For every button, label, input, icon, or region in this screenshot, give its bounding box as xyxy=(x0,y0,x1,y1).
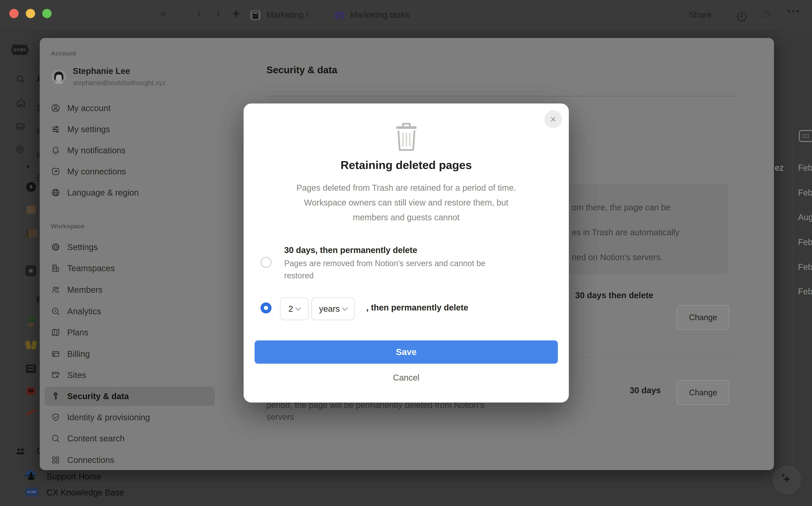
option-30-subtitle-1: Pages are removed from Notion's servers … xyxy=(284,259,485,268)
sidebar-item-security-data[interactable]: Security & data xyxy=(45,387,215,406)
page-title: Security & data xyxy=(266,64,337,76)
settings-gear-icon[interactable] xyxy=(15,144,25,155)
members-icon xyxy=(51,285,61,294)
window-zoom-button[interactable] xyxy=(42,9,52,18)
sidebar-item-label: Identity & provisioning xyxy=(67,413,150,422)
change-trash-button[interactable]: Change xyxy=(677,380,730,405)
sidebar-item-teamspaces[interactable]: Teamspaces xyxy=(45,258,215,278)
new-page-icon[interactable]: + xyxy=(232,6,240,21)
credit-card-icon xyxy=(51,349,61,359)
sidebar-item-label: Analytics xyxy=(67,307,101,316)
sidebar-item-identity-provisioning[interactable]: Identity & provisioning xyxy=(45,408,215,427)
sidebar-item-billing[interactable]: Billing xyxy=(45,344,215,364)
save-button[interactable]: Save xyxy=(255,340,558,364)
raised-hands-icon[interactable] xyxy=(25,340,31,350)
sidebar-item-my-account[interactable]: My account xyxy=(45,98,215,118)
option-30-title[interactable]: 30 days, then permanently delete xyxy=(284,245,417,255)
sidebar-item-content-search[interactable]: Content search xyxy=(45,429,215,448)
workspace-logo[interactable]: ACME xyxy=(11,45,29,55)
number-select[interactable]: 2 xyxy=(280,298,309,320)
map-icon xyxy=(51,328,61,337)
calendar-icon xyxy=(799,129,812,143)
window-minimize-button[interactable] xyxy=(26,9,35,18)
section-caret-icon[interactable]: ▾ xyxy=(26,163,29,170)
teamspace-people-icon[interactable] xyxy=(15,446,26,457)
option-30-subtitle-2: restored xyxy=(284,271,314,280)
sidebar-item-my-notifications[interactable]: My notifications xyxy=(45,141,215,160)
back-icon[interactable]: ‹ xyxy=(197,5,201,20)
sidebar-item-settings[interactable]: Settings xyxy=(45,237,215,257)
modal-description-line: Pages deleted from Trash are retained fo… xyxy=(244,180,569,195)
sidebar-item-label: Settings xyxy=(67,242,98,252)
sidebar-item-connections[interactable]: Connections xyxy=(45,450,215,470)
change-retention-button[interactable]: Change xyxy=(677,305,730,330)
raised-hands-icon-2 xyxy=(31,340,37,350)
potted-plant-icon[interactable] xyxy=(26,317,36,322)
ai-assistant-button[interactable] xyxy=(773,466,801,494)
sidebar-item-members[interactable]: Members xyxy=(45,280,215,300)
breadcrumb-current[interactable]: Marketing tasks xyxy=(350,0,409,29)
book-icon[interactable] xyxy=(27,229,37,237)
sidebar-item-analytics[interactable]: Analytics xyxy=(45,302,215,321)
table-date-4: Feb xyxy=(798,262,812,272)
postbox-icon[interactable] xyxy=(26,387,36,395)
screwdriver-icon[interactable] xyxy=(25,408,37,416)
star-icon[interactable]: ☆ xyxy=(762,8,771,20)
profile-row[interactable]: Stephanie Lee stephanie@toolsforthought.… xyxy=(51,65,216,92)
eight-ball-icon[interactable]: 8 xyxy=(26,182,36,192)
board-page-icon xyxy=(250,10,261,20)
forward-icon[interactable]: › xyxy=(216,5,220,20)
setting-description-line2: servers xyxy=(266,412,294,422)
clock-icon[interactable] xyxy=(736,11,748,22)
sidebar-item-label: Language & region xyxy=(67,188,139,197)
sidebar-item-sites[interactable]: Sites xyxy=(45,365,215,385)
card-file-box-icon[interactable] xyxy=(26,364,36,373)
sidebar-item-label: Security & data xyxy=(67,392,129,401)
modal-description-line: members and guests cannot xyxy=(244,210,569,225)
cancel-button[interactable]: Cancel xyxy=(244,373,569,383)
sidebar-item-my-settings[interactable]: My settings xyxy=(45,119,215,139)
retaining-deleted-pages-modal: × Retaining deleted pages Pages deleted … xyxy=(244,103,569,403)
unit-select[interactable]: years xyxy=(311,298,355,320)
teamspace-flower-icon[interactable]: ∗ xyxy=(25,265,37,276)
cx-badge-icon: ACME xyxy=(24,487,39,497)
account-section-label: Account xyxy=(51,50,76,57)
home-icon[interactable] xyxy=(16,98,26,108)
chevron-down-icon xyxy=(295,305,301,311)
building-icon xyxy=(51,263,61,273)
workspace-section-label: Workspace xyxy=(51,223,84,230)
radio-custom[interactable] xyxy=(261,303,272,313)
sidebar-item-label: Sites xyxy=(67,370,86,380)
sidebar-item-language-region[interactable]: Language & region xyxy=(45,183,215,202)
sidebar-item-label: Teamspaces xyxy=(67,264,115,273)
globe-icon xyxy=(51,188,61,197)
key-icon xyxy=(51,391,61,401)
table-date-5: Feb xyxy=(798,287,812,296)
gear-icon xyxy=(51,242,61,252)
analytics-icon xyxy=(51,307,61,316)
share-button[interactable]: Share xyxy=(689,0,712,29)
sidebar-item-label: Billing xyxy=(67,349,90,359)
window-close-button[interactable] xyxy=(9,9,19,18)
cx-knowledge-base-item[interactable]: CX Knowledge Base xyxy=(47,488,124,497)
sidebar-item-label: Plans xyxy=(67,328,88,337)
sidebar-collapse-icon[interactable]: « xyxy=(160,6,166,20)
shield-check-icon xyxy=(51,412,61,422)
search-icon xyxy=(51,434,61,443)
sidebar-item-my-connections[interactable]: My connections xyxy=(45,162,215,181)
support-home-item[interactable]: Support Home xyxy=(47,472,101,481)
unit-select-value: years xyxy=(319,304,340,314)
radio-30-days[interactable] xyxy=(261,257,272,268)
callout-line-2: es in Trash are automatically xyxy=(572,228,679,237)
close-button[interactable]: × xyxy=(544,110,562,128)
table-date-3: Feb xyxy=(798,237,812,247)
sliders-icon xyxy=(51,124,61,134)
sidebar-item-label: Content search xyxy=(67,434,125,443)
sidebar-item-plans[interactable]: Plans xyxy=(45,323,215,342)
more-options-icon[interactable]: ••• xyxy=(787,6,801,16)
package-box-icon[interactable] xyxy=(27,206,36,214)
breadcrumb-parent[interactable]: Marketing / xyxy=(266,0,308,29)
app-sidebar: ACME ACME Search Home Inbox Settings ▾ 8… xyxy=(0,29,40,506)
search-icon[interactable] xyxy=(15,74,25,84)
inbox-icon[interactable] xyxy=(15,121,26,132)
